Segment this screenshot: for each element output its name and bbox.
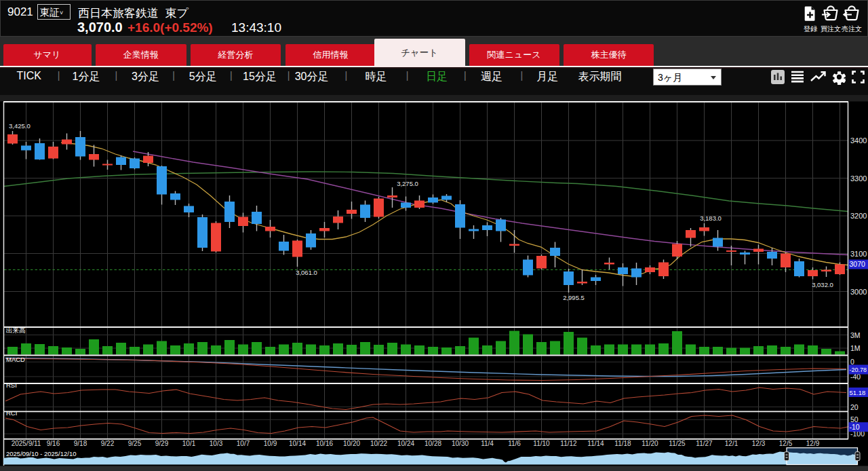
svg-text:9/18: 9/18	[74, 440, 87, 447]
svg-text:11/27: 11/27	[696, 440, 713, 447]
svg-text:出来高: 出来高	[6, 326, 26, 334]
svg-text:11/10: 11/10	[533, 440, 550, 447]
svg-text:10/9: 10/9	[264, 440, 277, 447]
svg-text:10/14: 10/14	[289, 440, 306, 447]
svg-text:10/24: 10/24	[397, 440, 414, 447]
svg-text:11/20: 11/20	[642, 440, 658, 447]
svg-text:11/6: 11/6	[508, 440, 521, 447]
svg-text:9/22: 9/22	[101, 440, 115, 447]
svg-text:3200: 3200	[850, 212, 867, 220]
svg-text:2025/09/10 - 2025/12/10: 2025/09/10 - 2025/12/10	[6, 450, 77, 457]
svg-text:12/1: 12/1	[725, 440, 738, 447]
svg-text:10/16: 10/16	[316, 440, 333, 447]
svg-text:3,061.0: 3,061.0	[296, 269, 317, 276]
svg-text:10/28: 10/28	[425, 440, 441, 447]
svg-text:11/14: 11/14	[587, 440, 604, 447]
svg-text:3070: 3070	[850, 260, 866, 268]
svg-text:50: 50	[850, 415, 859, 423]
svg-text:9/16: 9/16	[47, 440, 60, 447]
svg-text:2,995.5: 2,995.5	[563, 294, 585, 301]
svg-text:1M: 1M	[850, 344, 861, 352]
svg-text:10/22: 10/22	[370, 440, 387, 447]
svg-text:3100: 3100	[850, 250, 867, 258]
svg-text:-40: -40	[850, 373, 861, 381]
svg-text:MACD: MACD	[6, 356, 25, 363]
svg-text:3400: 3400	[850, 136, 867, 145]
svg-text:12/3: 12/3	[752, 440, 766, 447]
svg-text:RCI: RCI	[6, 409, 17, 417]
svg-text:11/25: 11/25	[669, 440, 686, 447]
svg-text:3M: 3M	[850, 331, 861, 339]
svg-text:10/1: 10/1	[182, 440, 196, 447]
svg-text:3,183.0: 3,183.0	[700, 214, 722, 222]
svg-text:-20.78: -20.78	[850, 366, 867, 373]
svg-text:11/18: 11/18	[614, 440, 631, 447]
svg-text:11/12: 11/12	[560, 440, 577, 447]
svg-text:2025/9/11: 2025/9/11	[12, 440, 41, 447]
svg-text:3000: 3000	[850, 288, 867, 296]
svg-text:RSI: RSI	[6, 381, 17, 389]
svg-text:10/7: 10/7	[237, 440, 250, 447]
svg-text:0: 0	[850, 358, 854, 366]
svg-text:-10: -10	[850, 423, 860, 431]
svg-text:3300: 3300	[850, 174, 867, 183]
svg-text:10/20: 10/20	[343, 440, 360, 447]
svg-text:3,425.0: 3,425.0	[9, 122, 31, 130]
svg-text:20: 20	[850, 403, 859, 411]
svg-text:9/25: 9/25	[128, 440, 142, 447]
svg-text:9/29: 9/29	[155, 440, 169, 447]
svg-text:12/5: 12/5	[779, 440, 793, 447]
svg-text:3,032.0: 3,032.0	[812, 281, 833, 288]
svg-text:12/9: 12/9	[806, 440, 820, 447]
svg-text:-100: -100	[850, 430, 865, 438]
svg-text:11/4: 11/4	[481, 440, 494, 447]
svg-text:10/30: 10/30	[452, 440, 469, 447]
svg-text:3,275.0: 3,275.0	[397, 180, 418, 187]
svg-text:51.18: 51.18	[850, 389, 866, 396]
svg-text:10/3: 10/3	[210, 440, 223, 447]
